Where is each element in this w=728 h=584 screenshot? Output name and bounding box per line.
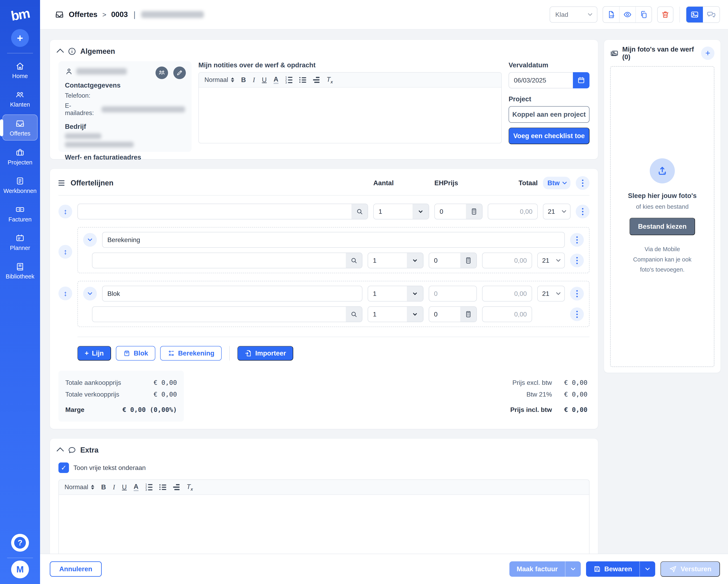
bullet-list-button[interactable] <box>299 77 306 83</box>
chat-panel-toggle[interactable] <box>703 7 720 22</box>
send-button[interactable]: Versturen <box>660 561 720 577</box>
align-button[interactable] <box>173 484 180 490</box>
description-input[interactable] <box>93 311 346 318</box>
make-invoice-button[interactable]: Maak factuur <box>510 561 565 577</box>
user-avatar[interactable]: M <box>11 561 29 578</box>
breadcrumb-section[interactable]: Offertes <box>69 10 98 19</box>
edit-contact-button[interactable] <box>173 67 186 79</box>
group-name-input[interactable] <box>103 236 564 244</box>
free-text-editor-body[interactable] <box>59 495 589 556</box>
sidebar-item-planner[interactable]: Planner <box>2 229 37 255</box>
total-input[interactable] <box>483 290 531 297</box>
group-menu[interactable] <box>570 233 584 247</box>
underline-button[interactable]: U <box>122 483 127 491</box>
description-input[interactable] <box>78 208 352 215</box>
clear-format-button[interactable]: Tx <box>327 76 333 84</box>
status-select[interactable]: Klad <box>550 6 597 23</box>
ordered-list-button[interactable]: 123 <box>285 76 293 83</box>
underline-button[interactable]: U <box>262 76 267 84</box>
unit-price-input[interactable] <box>429 311 460 318</box>
calculator-button[interactable] <box>460 253 476 268</box>
checkbox-checked[interactable]: ✓ <box>58 462 69 473</box>
drag-handle[interactable]: ↕ <box>58 205 72 218</box>
row-menu[interactable] <box>576 205 590 218</box>
add-blok-button[interactable]: Blok <box>116 346 156 361</box>
vat-select[interactable]: 21 <box>537 286 565 301</box>
sidebar-item-home[interactable]: Home <box>2 57 37 83</box>
make-invoice-menu-button[interactable] <box>565 561 581 577</box>
row-menu[interactable] <box>570 254 584 267</box>
sidebar-item-projecten[interactable]: Projecten <box>2 144 37 169</box>
collapse-group-button[interactable] <box>83 233 97 247</box>
quantity-input[interactable] <box>368 257 407 264</box>
quantity-input[interactable] <box>374 208 413 215</box>
italic-button[interactable]: I <box>253 76 255 84</box>
lines-menu[interactable] <box>576 176 590 190</box>
pdf-button[interactable]: PDF <box>603 7 619 22</box>
sidebar-item-klanten[interactable]: Klanten <box>2 86 37 111</box>
create-new-button[interactable]: + <box>11 29 29 47</box>
quantity-input[interactable] <box>368 290 407 297</box>
unit-select[interactable] <box>407 253 423 268</box>
collapse-icon[interactable] <box>56 447 64 455</box>
add-berekening-button[interactable]: Berekening <box>160 346 222 361</box>
help-button[interactable]: ? <box>11 534 29 552</box>
format-select[interactable]: Normaal <box>204 76 234 83</box>
sidebar-item-bibliotheek[interactable]: Bibliotheek <box>2 258 37 283</box>
description-input[interactable] <box>93 257 346 264</box>
due-date-input[interactable]: 06/03/2025 <box>509 72 573 88</box>
unit-price-input[interactable] <box>429 257 460 264</box>
bold-button[interactable]: B <box>241 76 246 84</box>
search-button[interactable] <box>352 204 368 219</box>
search-button[interactable] <box>346 253 362 268</box>
switch-contact-button[interactable] <box>156 67 168 79</box>
drag-handle[interactable]: ↕ <box>58 287 72 300</box>
drag-handle[interactable]: ↕ <box>58 245 72 259</box>
text-color-button[interactable]: A <box>274 76 279 84</box>
sidebar-item-offertes[interactable]: Offertes <box>2 114 37 140</box>
total-input[interactable] <box>488 208 537 215</box>
save-button[interactable]: Bewaren <box>586 561 640 577</box>
unit-price-input[interactable] <box>435 208 466 215</box>
unit-price-input[interactable] <box>429 290 476 297</box>
text-color-button[interactable]: A <box>134 483 138 492</box>
photos-panel-toggle[interactable] <box>686 7 703 22</box>
bullet-list-button[interactable] <box>159 484 166 490</box>
italic-button[interactable]: I <box>113 483 115 491</box>
clear-format-button[interactable]: Tx <box>186 483 193 492</box>
unit-select[interactable] <box>413 204 429 219</box>
unit-select[interactable] <box>407 286 423 301</box>
search-button[interactable] <box>346 307 362 322</box>
total-input[interactable] <box>483 257 531 264</box>
collapse-icon[interactable] <box>56 49 64 56</box>
sidebar-item-facturen[interactable]: Facturen <box>2 201 37 226</box>
add-line-button[interactable]: +Lijn <box>77 346 111 361</box>
calculator-button[interactable] <box>466 204 482 219</box>
row-menu[interactable] <box>570 308 584 321</box>
group-menu[interactable] <box>570 287 584 300</box>
add-checklist-button[interactable]: Voeg een checklist toe <box>509 128 590 144</box>
unit-select[interactable] <box>407 307 423 322</box>
bold-button[interactable]: B <box>101 483 106 491</box>
save-menu-button[interactable] <box>640 561 655 577</box>
group-name-input[interactable] <box>103 290 362 297</box>
delete-button[interactable] <box>657 6 673 23</box>
total-input[interactable] <box>483 311 531 318</box>
sidebar-item-werkbonnen[interactable]: Werkbonnen <box>2 172 37 197</box>
vat-select[interactable]: 21 <box>537 253 565 268</box>
import-button[interactable]: Importeer <box>237 346 293 361</box>
quantity-input[interactable] <box>368 311 407 318</box>
format-select[interactable]: Normaal <box>64 483 94 491</box>
align-button[interactable] <box>313 77 319 83</box>
photo-dropzone[interactable]: Sleep hier jouw foto's of kies een besta… <box>610 66 714 367</box>
duplicate-button[interactable] <box>635 7 652 22</box>
preview-button[interactable] <box>619 7 635 22</box>
btw-toggle[interactable]: Btw <box>543 177 570 189</box>
choose-file-button[interactable]: Bestand kiezen <box>629 218 695 235</box>
ordered-list-button[interactable]: 123 <box>146 484 153 490</box>
calculator-button[interactable] <box>460 307 476 322</box>
collapse-group-button[interactable] <box>83 287 97 300</box>
vat-select[interactable]: 21 <box>543 204 570 219</box>
cancel-button[interactable]: Annuleren <box>50 561 102 577</box>
notes-editor-body[interactable] <box>199 87 501 143</box>
